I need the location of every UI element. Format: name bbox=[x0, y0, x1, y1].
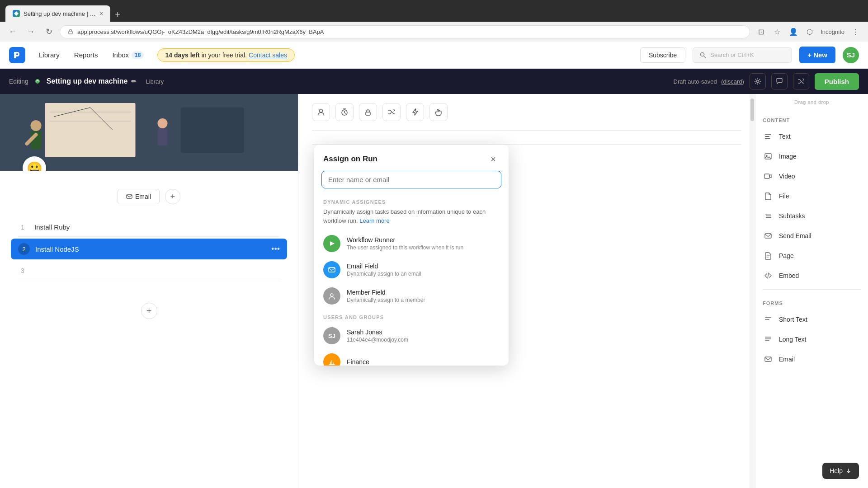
sidebar-item-image[interactable]: Image bbox=[755, 146, 868, 166]
toolbar-timer-button[interactable] bbox=[335, 103, 354, 121]
modal-title: Assign on Run bbox=[323, 155, 377, 164]
edit-title-icon[interactable]: ✏ bbox=[131, 78, 137, 85]
subscribe-button[interactable]: Subscribe bbox=[640, 47, 685, 63]
bookmark-icon[interactable]: ☆ bbox=[770, 24, 784, 39]
text-icon bbox=[763, 131, 774, 142]
content-scrollbar[interactable] bbox=[750, 94, 755, 488]
email-button[interactable]: Email bbox=[118, 189, 160, 204]
assignee-info: Email Field Dynamically assign to an ema… bbox=[347, 263, 500, 277]
reload-button[interactable]: ↻ bbox=[42, 24, 56, 39]
task-item[interactable]: 1 Install Ruby bbox=[18, 218, 280, 237]
svg-rect-19 bbox=[765, 134, 771, 135]
sidebar-item-video[interactable]: Video bbox=[755, 166, 868, 186]
embed-label: Embed bbox=[779, 272, 799, 279]
long-text-icon bbox=[763, 334, 774, 345]
shuffle-icon-btn[interactable] bbox=[793, 73, 809, 89]
active-task-input[interactable] bbox=[35, 245, 266, 253]
new-button[interactable]: + New bbox=[799, 47, 835, 63]
address-bar[interactable]: app.process.st/workflows/uQGGj-_oKZ43zDM… bbox=[60, 25, 750, 38]
back-button[interactable]: ← bbox=[5, 24, 20, 39]
task-list: 1 Install Ruby 2 ••• 3 bbox=[0, 213, 298, 285]
tab-close-btn[interactable]: × bbox=[99, 10, 103, 17]
new-tab-button[interactable]: + bbox=[111, 8, 124, 22]
toolbar-lock-button[interactable] bbox=[359, 103, 377, 121]
sidebar-item-email-form[interactable]: Email bbox=[755, 349, 868, 369]
profile-icon[interactable]: 👤 bbox=[786, 24, 801, 39]
sidebar-item-send-email[interactable]: Send Email bbox=[755, 226, 868, 246]
workflow-runner-name: Workflow Runner bbox=[347, 236, 500, 244]
user-avatar[interactable]: SJ bbox=[843, 47, 859, 63]
browser-nav-icons: ⊡ ☆ 👤 ⬡ Incognito ⋮ bbox=[754, 24, 863, 39]
address-text: app.process.st/workflows/uQGGj-_oKZ43zDM… bbox=[77, 28, 742, 35]
add-button[interactable]: + bbox=[165, 189, 180, 204]
dynamic-description: Dynamically assign tasks based on inform… bbox=[314, 207, 509, 230]
svg-point-12 bbox=[158, 118, 168, 128]
sidebar-item-text[interactable]: Text bbox=[755, 127, 868, 146]
email-form-label: Email bbox=[779, 356, 795, 363]
search-bar[interactable]: Search or Ctrl+K bbox=[693, 47, 792, 63]
toolbar-automation-button[interactable] bbox=[406, 103, 424, 121]
sidebar-item-long-text[interactable]: Long Text bbox=[755, 329, 868, 349]
workflow-runner-avatar bbox=[323, 235, 340, 252]
toolbar-assign-button[interactable] bbox=[312, 103, 330, 121]
email-form-icon bbox=[763, 354, 774, 365]
svg-rect-0 bbox=[69, 31, 72, 34]
assignee-email-field[interactable]: Email Field Dynamically assign to an ema… bbox=[314, 257, 509, 283]
sidebar-item-short-text[interactable]: Short Text bbox=[755, 310, 868, 329]
comment-icon-btn[interactable] bbox=[771, 73, 788, 89]
short-text-icon bbox=[763, 314, 774, 325]
dynamic-section-label: DYNAMIC ASSIGNEES bbox=[314, 194, 509, 207]
draft-saved-text: Draft auto-saved (discard) bbox=[674, 78, 744, 85]
sidebar-item-file[interactable]: File bbox=[755, 186, 868, 206]
browser-tab-active[interactable]: Setting up dev machine | Process... × bbox=[5, 5, 110, 22]
trial-text: in your free trial. bbox=[202, 52, 247, 59]
toolbar-conditional-button[interactable] bbox=[382, 103, 401, 121]
contact-sales-link[interactable]: Contact sales bbox=[249, 52, 287, 59]
toolbar-approval-button[interactable] bbox=[429, 103, 448, 121]
assignee-sarah[interactable]: SJ Sarah Jonas 11e404e4@moodjoy.com bbox=[314, 323, 509, 349]
workflow-runner-desc: The user assigned to this workflow when … bbox=[347, 244, 500, 251]
help-chevron-icon bbox=[845, 468, 852, 474]
sidebar-item-subtasks[interactable]: Subtasks bbox=[755, 206, 868, 226]
modal-close-button[interactable]: × bbox=[487, 153, 500, 165]
discard-link[interactable]: (discard) bbox=[721, 78, 744, 85]
editing-bar: Editing Setting up dev machine ✏ Library… bbox=[0, 69, 868, 94]
assignee-workflow-runner[interactable]: Workflow Runner The user assigned to thi… bbox=[314, 230, 509, 257]
forward-button[interactable]: → bbox=[24, 24, 38, 39]
tab-title: Setting up dev machine | Process... bbox=[24, 10, 96, 17]
task-more-button[interactable]: ••• bbox=[271, 244, 280, 254]
nav-inbox[interactable]: Inbox 18 bbox=[106, 47, 150, 62]
task-buttons: Email + bbox=[0, 171, 298, 213]
assign-search-input[interactable] bbox=[321, 171, 501, 188]
task-number-active: 2 bbox=[18, 243, 30, 255]
task-item-active[interactable]: 2 ••• bbox=[11, 239, 287, 260]
assignee-member-field[interactable]: Member Field Dynamically assign to a mem… bbox=[314, 283, 509, 309]
modal-body: DYNAMIC ASSIGNEES Dynamically assign tas… bbox=[314, 194, 509, 366]
sarah-name: Sarah Jonas bbox=[347, 328, 500, 336]
sidebar-item-page[interactable]: Page bbox=[755, 246, 868, 266]
help-button[interactable]: Help bbox=[822, 463, 859, 479]
task-item-empty[interactable]: 3 bbox=[18, 262, 280, 280]
menu-icon[interactable]: ⋮ bbox=[848, 24, 863, 39]
nav-library[interactable]: Library bbox=[33, 47, 66, 62]
svg-point-2 bbox=[701, 52, 704, 56]
left-panel: 😀 Email + 1 Install Ruby 2 bbox=[0, 94, 298, 488]
assignee-finance[interactable]: Finance bbox=[314, 349, 509, 366]
sarah-email: 11e404e4@moodjoy.com bbox=[347, 337, 500, 343]
modal-header: Assign on Run × bbox=[314, 145, 509, 171]
svg-rect-14 bbox=[181, 108, 244, 153]
library-breadcrumb[interactable]: Library bbox=[146, 78, 164, 85]
cast-icon[interactable]: ⊡ bbox=[754, 24, 768, 39]
task-number-3: 3 bbox=[18, 267, 27, 274]
nav-reports[interactable]: Reports bbox=[68, 47, 104, 62]
browser-nav: ← → ↻ app.process.st/workflows/uQGGj-_oK… bbox=[0, 22, 868, 42]
publish-button[interactable]: Publish bbox=[815, 73, 859, 90]
assignee-info: Workflow Runner The user assigned to thi… bbox=[347, 236, 500, 251]
sidebar-item-embed[interactable]: Embed bbox=[755, 266, 868, 286]
svg-point-31 bbox=[330, 294, 333, 296]
finance-name: Finance bbox=[347, 358, 500, 366]
settings-icon-btn[interactable] bbox=[750, 73, 766, 89]
add-task-button[interactable]: + bbox=[141, 303, 157, 319]
learn-more-link[interactable]: Learn more bbox=[359, 217, 389, 224]
extensions-icon[interactable]: ⬡ bbox=[802, 24, 817, 39]
